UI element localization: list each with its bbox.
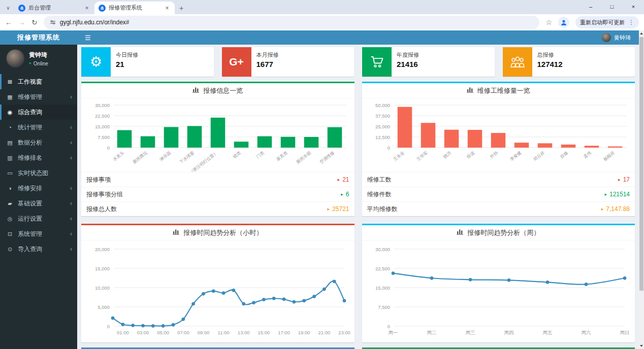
sidebar-item-维修安排[interactable]: ◑维修安排‹ bbox=[0, 181, 77, 196]
tab-close-icon[interactable]: × bbox=[83, 5, 90, 12]
data-point-周六[interactable] bbox=[585, 283, 588, 286]
svg-text:家具类: 家具类 bbox=[275, 150, 289, 162]
data-point-周日[interactable] bbox=[623, 276, 626, 280]
tab-admin[interactable]: a 后台管理 × bbox=[14, 2, 94, 14]
sidebar-item-维修管理[interactable]: ▦维修管理‹ bbox=[0, 89, 77, 104]
data-point-20:00[interactable] bbox=[312, 295, 315, 298]
data-point-08:00[interactable] bbox=[191, 302, 195, 305]
stat-row-报修总人数[interactable]: 报修总人数▸25721 bbox=[81, 201, 355, 216]
tab-close-icon[interactable]: × bbox=[164, 5, 171, 12]
sidebar-item-维修排名[interactable]: ▥维修排名‹ bbox=[0, 150, 77, 165]
address-bar[interactable]: gygl.njfu.edu.cn/or/index# bbox=[44, 16, 540, 29]
data-point-周三[interactable] bbox=[469, 278, 472, 281]
bar-门类[interactable] bbox=[257, 136, 272, 148]
data-point-16:00[interactable] bbox=[272, 297, 275, 300]
data-point-周五[interactable] bbox=[546, 281, 549, 284]
bar-下水堵塞[interactable] bbox=[187, 126, 202, 148]
sidebar-item-基础设置[interactable]: ▰基础设置‹ bbox=[0, 196, 77, 211]
bar-徐波[interactable] bbox=[468, 130, 482, 148]
bar-孟伟[interactable] bbox=[585, 146, 599, 148]
data-point-15:00[interactable] bbox=[262, 298, 265, 301]
app-title[interactable]: 报修管理系统 bbox=[0, 30, 77, 45]
sidebar-item-综合查询[interactable]: ◉综合查询 bbox=[0, 104, 77, 120]
bar-厕所水箱[interactable] bbox=[304, 137, 318, 148]
stat-row-维修工数[interactable]: 维修工数▸17 bbox=[362, 172, 635, 187]
data-point-06:00[interactable] bbox=[172, 323, 175, 326]
bar-王永全[interactable] bbox=[398, 107, 412, 148]
data-point-13:00[interactable] bbox=[242, 302, 245, 305]
data-point-09:00[interactable] bbox=[202, 292, 205, 295]
bar-王华军[interactable] bbox=[421, 123, 436, 148]
close-button[interactable]: × bbox=[623, 0, 644, 13]
minimize-button[interactable]: – bbox=[580, 0, 601, 13]
header-user-menu[interactable]: 黄钟琦 bbox=[602, 33, 639, 42]
data-point-19:00[interactable] bbox=[302, 299, 305, 302]
data-point-04:00[interactable] bbox=[151, 324, 154, 327]
stat-row-报修事项[interactable]: 报修事项▸21 bbox=[81, 172, 355, 187]
data-point-05:00[interactable] bbox=[162, 324, 165, 327]
data-point-10:00[interactable] bbox=[212, 290, 215, 293]
site-settings-icon[interactable] bbox=[50, 19, 56, 25]
data-point-11:00[interactable] bbox=[222, 292, 225, 295]
bar-邓云祥[interactable] bbox=[538, 143, 553, 148]
stat-card-年度报修[interactable]: 年度报修21416 bbox=[362, 47, 495, 77]
page-scrollbar[interactable] bbox=[639, 30, 644, 349]
bar-外协[interactable] bbox=[491, 133, 506, 148]
data-point-23:00[interactable] bbox=[343, 299, 346, 302]
bar-水龙头[interactable] bbox=[117, 130, 132, 148]
forward-icon[interactable]: → bbox=[18, 19, 25, 26]
bar-姚洪[interactable] bbox=[444, 130, 459, 148]
stat-row-维修件数[interactable]: 维修件数▸121514 bbox=[362, 187, 635, 201]
update-chrome-button[interactable]: 重新启动即可更新 ⋮ bbox=[575, 16, 639, 28]
data-point-周四[interactable] bbox=[507, 278, 510, 282]
stat-row-平均维修数[interactable]: 平均维修数▸7,147.88 bbox=[362, 201, 635, 216]
browser-profile-icon[interactable] bbox=[558, 17, 569, 28]
sidebar-item-数据分析[interactable]: ▤数据分析‹ bbox=[0, 135, 77, 150]
data-point-01:00[interactable] bbox=[121, 323, 124, 326]
scrollbar-thumb[interactable] bbox=[639, 37, 643, 291]
bar-淋浴器[interactable] bbox=[164, 127, 178, 148]
bar-杨顺祥[interactable] bbox=[608, 147, 623, 148]
data-point-周一[interactable] bbox=[392, 272, 395, 275]
scroll-up-arrow-icon[interactable] bbox=[639, 30, 644, 37]
sidebar-item-统计管理[interactable]: ◔统计管理‹ bbox=[0, 120, 77, 135]
hamburger-menu-icon[interactable]: ☰ bbox=[77, 34, 99, 42]
data-point-周二[interactable] bbox=[430, 276, 433, 280]
data-point-03:00[interactable] bbox=[141, 324, 144, 327]
data-point-12:00[interactable] bbox=[232, 289, 235, 292]
bar-家具类[interactable] bbox=[280, 137, 295, 148]
data-point-17:00[interactable] bbox=[282, 298, 285, 301]
bar-锁类[interactable] bbox=[234, 142, 248, 148]
reload-icon[interactable]: ↻ bbox=[31, 19, 38, 26]
maximize-button[interactable]: □ bbox=[601, 0, 623, 13]
bar-李俊健[interactable] bbox=[514, 143, 529, 148]
sidebar-item-导入查询[interactable]: ⊙导入查询‹ bbox=[0, 241, 77, 257]
bar-厕所蹲坑[interactable] bbox=[140, 136, 155, 148]
sidebar-item-运行设置[interactable]: ◎运行设置‹ bbox=[0, 211, 77, 226]
bar-空调维修[interactable] bbox=[327, 127, 342, 148]
bar-灯（请注明灯位置）[interactable] bbox=[210, 118, 225, 148]
stat-row-value: ▸6 bbox=[341, 191, 349, 198]
back-icon[interactable]: ← bbox=[5, 19, 12, 26]
sidebar-item-系统管理[interactable]: ⊡系统管理‹ bbox=[0, 226, 77, 241]
stat-card-本月报修[interactable]: G+本月报修1677 bbox=[222, 47, 355, 77]
stat-row-报修事项分组[interactable]: 报修事项分组▸6 bbox=[81, 187, 355, 201]
new-tab-button[interactable]: + bbox=[175, 4, 188, 12]
sidebar-item-实时状态图[interactable]: ▭实时状态图 bbox=[0, 165, 77, 181]
scroll-down-arrow-icon[interactable] bbox=[639, 343, 644, 349]
bar-自修[interactable] bbox=[561, 145, 576, 148]
data-point-18:00[interactable] bbox=[293, 300, 296, 303]
data-point-00:00[interactable] bbox=[111, 317, 114, 320]
data-point-21:00[interactable] bbox=[323, 288, 326, 291]
tab-search-icon[interactable]: ∨ bbox=[2, 2, 14, 14]
data-point-07:00[interactable] bbox=[182, 318, 185, 321]
kebab-menu-icon[interactable]: ⋮ bbox=[628, 19, 634, 26]
stat-card-今日报修[interactable]: ⚙今日报修21 bbox=[81, 47, 214, 77]
stat-card-总报修[interactable]: 总报修127412 bbox=[503, 47, 635, 77]
data-point-14:00[interactable] bbox=[252, 301, 255, 304]
sidebar-item-工作视窗[interactable]: ⊞工作视窗 bbox=[0, 74, 77, 89]
bookmark-star-icon[interactable]: ☆ bbox=[545, 18, 552, 26]
tab-repair-system[interactable]: a 报修管理系统 × bbox=[94, 2, 175, 14]
data-point-22:00[interactable] bbox=[333, 280, 336, 283]
data-point-02:00[interactable] bbox=[131, 324, 134, 327]
